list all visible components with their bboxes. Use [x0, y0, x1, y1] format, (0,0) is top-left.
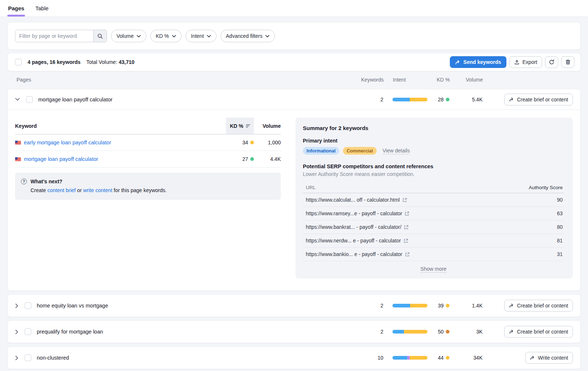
volume-value: 34K: [449, 355, 483, 361]
send-keywords-label: Send keywords: [463, 59, 501, 65]
chevron-down-icon: [15, 98, 20, 101]
expanded-page-detail: Keyword KD % Volume early mortgage loan …: [8, 110, 580, 291]
create-brief-button[interactable]: Create brief or content: [504, 94, 573, 105]
create-brief-button[interactable]: Create brief or content: [504, 300, 573, 311]
page-title: non-clustered: [37, 355, 69, 361]
search-input-group: [15, 30, 107, 42]
keyword-link[interactable]: early mortgage loan payoff calculator: [24, 140, 111, 145]
filter-advanced-label: Advanced filters: [226, 33, 263, 39]
summary-title: Summary for 2 keywords: [303, 125, 564, 131]
export-button[interactable]: Export: [509, 56, 542, 68]
serp-competitors-title: Potential SERP competitors and content r…: [303, 163, 564, 169]
volume-value: 1,000: [254, 140, 281, 145]
view-details-link[interactable]: View details: [383, 148, 410, 154]
us-flag-icon: [15, 141, 21, 145]
expand-row-button[interactable]: [14, 303, 19, 309]
kd-dot: [250, 141, 254, 144]
filter-intent-dropdown[interactable]: Intent: [186, 30, 216, 42]
whats-next-text: Create content brief or write content fo…: [31, 187, 273, 193]
select-all-checkbox[interactable]: [15, 59, 22, 65]
selection-summary: 4 pages, 16 keywords: [28, 59, 80, 65]
export-label: Export: [523, 59, 537, 65]
kd-value: 50: [438, 329, 444, 335]
volume-value: 3K: [449, 329, 483, 335]
external-link-icon[interactable]: [404, 238, 408, 243]
volume-value: 5.4K: [449, 97, 483, 102]
competitor-row: https://www.nerdw... e - payoff - calcul…: [303, 234, 564, 248]
filter-kd-label: KD %: [156, 33, 169, 39]
us-flag-icon: [15, 157, 21, 161]
competitor-url: https://www.calculat... off - calculator…: [306, 197, 400, 203]
whats-next-suffix: for this page keywords.: [112, 187, 167, 193]
send-keywords-button[interactable]: Send keywords: [450, 56, 506, 68]
serp-competitors-subtitle: Lower Authority Score means easier compe…: [303, 171, 564, 177]
selection-toolbar: 4 pages, 16 keywords Total Volume: 43,71…: [7, 53, 581, 71]
chevron-right-icon: [15, 329, 18, 334]
column-intent: Intent: [384, 77, 428, 83]
competitor-row: https://www.bankio... e - payoff - calcu…: [303, 248, 564, 261]
external-link-icon[interactable]: [405, 211, 409, 216]
row-checkbox[interactable]: [25, 302, 31, 309]
collapse-row-button[interactable]: [14, 97, 21, 102]
kd-column-header-sorted[interactable]: KD %: [226, 118, 254, 134]
filter-advanced-dropdown[interactable]: Advanced filters: [220, 30, 275, 42]
page-card-non-clustered: non-clustered 10 44 34K Write content: [7, 346, 581, 369]
external-link-icon[interactable]: [402, 198, 407, 202]
total-volume: Total Volume: 43,710: [86, 59, 135, 65]
external-link-icon[interactable]: [404, 225, 409, 230]
column-volume[interactable]: Volume: [450, 77, 483, 83]
send-arrow-icon: [530, 355, 535, 360]
score-column-header: Authority Score: [524, 185, 564, 190]
filter-volume-dropdown[interactable]: Volume: [111, 30, 146, 42]
keyword-link[interactable]: mortgage loan payoff calculator: [24, 156, 98, 162]
whats-next-title: What’s next?: [31, 179, 62, 184]
sort-desc-icon: [246, 124, 250, 128]
send-arrow-icon: [509, 329, 514, 334]
kd-value: 27: [242, 156, 248, 162]
trash-icon: [565, 59, 571, 65]
authority-score: 81: [524, 238, 564, 244]
tab-table[interactable]: Table: [35, 1, 49, 17]
expand-row-button[interactable]: [14, 355, 19, 361]
keywords-count: 10: [350, 355, 383, 361]
refresh-icon: [549, 59, 555, 65]
summary-panel: Summary for 2 keywords Primary intent In…: [295, 118, 573, 278]
authority-score: 63: [524, 210, 564, 216]
create-brief-label: Create brief or content: [517, 303, 568, 309]
kd-dot: [250, 157, 254, 161]
view-tabs: Pages Table: [0, 0, 588, 17]
delete-button[interactable]: [561, 56, 574, 68]
create-brief-label: Create brief or content: [517, 97, 568, 102]
refresh-button[interactable]: [545, 56, 558, 68]
row-checkbox[interactable]: [26, 96, 33, 103]
expand-row-button[interactable]: [14, 329, 19, 335]
whats-next-box: ? What’s next? Create content brief or w…: [15, 173, 281, 200]
tab-pages[interactable]: Pages: [7, 1, 25, 17]
chevron-down-icon: [207, 35, 211, 37]
filter-kd-dropdown[interactable]: KD %: [150, 30, 182, 42]
search-icon: [97, 33, 103, 39]
keyword-row: early mortgage loan payoff calculator 34…: [15, 134, 281, 151]
volume-column-header[interactable]: Volume: [254, 118, 281, 134]
create-brief-button[interactable]: Create brief or content: [504, 326, 573, 338]
search-input[interactable]: [15, 30, 93, 42]
intent-bar: [392, 304, 427, 307]
intent-badge-informational: Informational: [303, 147, 339, 155]
url-column-header: URL: [303, 185, 524, 190]
page-card-home-equity-loan-vs-mortgage: home equity loan vs mortgage 2 39 1.4K C…: [7, 294, 581, 317]
competitor-url: https://www.nerdw... e - payoff - calcul…: [306, 238, 401, 244]
write-content-link[interactable]: write content: [83, 187, 112, 193]
chevron-right-icon: [15, 356, 18, 360]
column-keywords: Keywords: [351, 77, 384, 83]
row-checkbox[interactable]: [25, 354, 31, 361]
column-kd[interactable]: KD %: [428, 77, 450, 83]
content-brief-link[interactable]: content brief: [47, 187, 76, 193]
keyword-table: Keyword KD % Volume early mortgage loan …: [15, 118, 281, 278]
write-content-button[interactable]: Write content: [525, 352, 573, 364]
send-arrow-icon: [509, 97, 514, 102]
table-column-headers: Pages Keywords Intent KD % Volume: [7, 71, 581, 88]
search-button[interactable]: [93, 30, 107, 42]
row-checkbox[interactable]: [25, 328, 31, 335]
external-link-icon[interactable]: [405, 252, 410, 257]
show-more-link[interactable]: Show more: [420, 266, 447, 273]
